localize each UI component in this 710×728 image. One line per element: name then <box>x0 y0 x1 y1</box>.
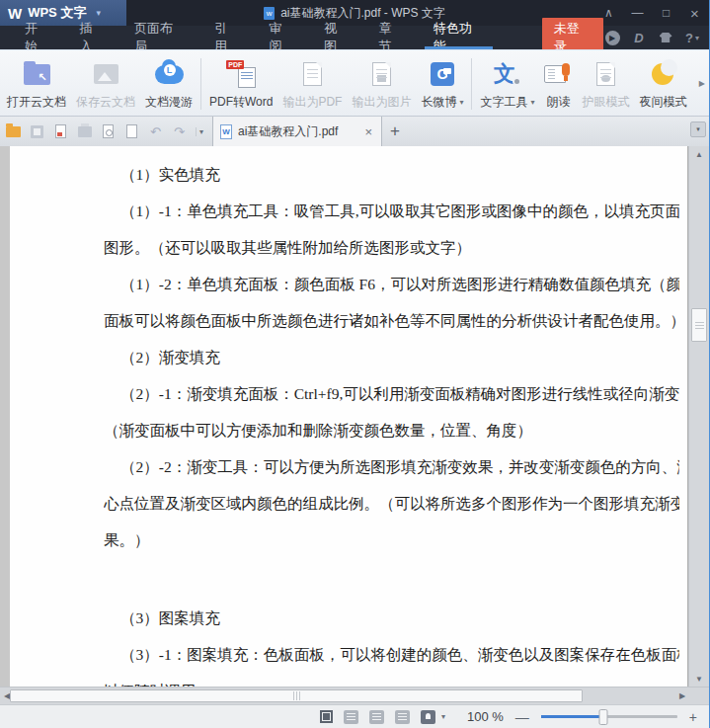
text-line: （3）-1：图案填充：色板面板，可以将创建的颜色、渐变色以及图案保存在色板面板中… <box>104 636 679 673</box>
minimize-button[interactable]: — <box>623 0 652 26</box>
scroll-down-button[interactable]: ▼ <box>689 671 709 687</box>
dropdown-caret-icon: ▾ <box>530 98 534 107</box>
zoom-slider-handle[interactable] <box>599 709 608 725</box>
scrollbar-corner <box>689 688 709 704</box>
pdf-to-word-button[interactable]: PDF PDF转Word <box>204 52 277 116</box>
ribbon-separator <box>471 58 472 110</box>
tab-view[interactable]: 视图 <box>309 26 363 49</box>
zoom-out-button[interactable]: — <box>513 709 531 725</box>
print-preview-button[interactable] <box>99 121 118 141</box>
export-pdf-icon <box>303 57 322 91</box>
read-aloud-icon <box>544 57 572 91</box>
docer-d-icon: D <box>634 31 643 45</box>
skin-center-button[interactable]: ▶ <box>603 29 621 46</box>
ribbon-label: 保存云文档 <box>76 94 135 111</box>
eye-protect-icon <box>596 57 615 91</box>
close-button[interactable]: × <box>680 0 709 26</box>
customize-toolbar-button[interactable]: ▾ <box>196 127 206 136</box>
up-arrow-icon: ▲ <box>695 150 703 159</box>
active-document-tab[interactable]: W ai基础教程入门.pdf × <box>212 117 382 146</box>
change-skin-button[interactable] <box>657 29 674 46</box>
page-text: （1）实色填充 （1）-1：单色填充工具：吸管工具,可以吸取其它图形或图像中的颜… <box>10 146 687 687</box>
save-cloud-doc-button[interactable]: 保存云文档 <box>71 52 140 116</box>
maximize-button[interactable]: □ <box>652 0 680 26</box>
paragraph-gap <box>104 558 679 600</box>
text-line: （1）-1：单色填充工具：吸管工具,可以吸取其它图形或图像中的颜色，以填充页面中… <box>104 193 679 229</box>
close-icon: × <box>690 5 699 22</box>
web-layout-button[interactable] <box>395 710 410 724</box>
pdf-page[interactable]: （1）实色填充 （1）-1：单色填充工具：吸管工具,可以吸取其它图形或图像中的颜… <box>10 146 688 687</box>
text-line: 图形。（还可以吸取其些属性附加给所选图形或文字） <box>104 229 679 266</box>
document-canvas: （1）实色填充 （1）-1：单色填充工具：吸管工具,可以吸取其它图形或图像中的颜… <box>0 146 709 687</box>
zoom-slider[interactable] <box>541 715 677 718</box>
tab-page-layout[interactable]: 页面布局 <box>119 26 199 49</box>
lightbulb-icon <box>421 710 435 724</box>
tab-home[interactable]: 开始 <box>10 26 64 49</box>
page-view-button[interactable] <box>344 710 358 724</box>
fullscreen-view-button[interactable] <box>320 710 333 723</box>
tab-list-button[interactable]: ▾ <box>690 121 706 137</box>
ribbon-label: 夜间模式 <box>639 94 686 111</box>
find-button[interactable] <box>122 121 141 141</box>
text-line: （2）渐变填充 <box>104 339 679 375</box>
help-button[interactable]: ? ▾ <box>683 29 701 46</box>
export-pdf-button[interactable]: 输出为PDF <box>277 52 347 116</box>
dropdown-caret-icon: ▾ <box>199 127 203 136</box>
minimize-icon: — <box>632 6 644 20</box>
print-button[interactable] <box>75 121 94 141</box>
read-aloud-button[interactable]: 朗读 <box>539 52 577 116</box>
tab-section[interactable]: 章节 <box>363 26 418 49</box>
horizontal-scroll-thumb[interactable] <box>10 689 583 702</box>
undo-button[interactable]: ↶ <box>146 121 165 141</box>
ribbon-expand-button[interactable]: ▶ <box>697 75 707 92</box>
text-line: （3）图案填充 <box>104 600 679 636</box>
open-cloud-doc-button[interactable]: 打开云文档 <box>2 52 71 116</box>
titlebar-utility-icons: ▶ D ? ▾ <box>603 26 709 49</box>
zoom-level[interactable]: 100 % <box>467 709 504 724</box>
tips-button[interactable] <box>421 710 435 724</box>
tab-insert[interactable]: 插入 <box>64 26 118 49</box>
save-button[interactable] <box>28 121 46 141</box>
long-weibo-button[interactable]: C 长微博▾ <box>416 52 468 116</box>
text-line: （渐变面板中可以方便添加和删除渐变颜色数量，位置、角度） <box>104 412 679 448</box>
open-file-button[interactable] <box>4 121 23 141</box>
redo-button[interactable]: ↷ <box>170 121 189 141</box>
outline-view-button[interactable] <box>369 710 384 724</box>
tab-review[interactable]: 审阅 <box>254 26 308 49</box>
printer-icon <box>78 126 92 137</box>
undo-icon: ↶ <box>150 125 161 138</box>
view-options-caret-button[interactable]: ▾ <box>441 712 445 721</box>
window-controls: ∧ — □ × <box>594 0 709 26</box>
new-tab-button[interactable]: + <box>382 117 408 146</box>
horizontal-scrollbar[interactable]: ◀ ▶ <box>0 688 689 704</box>
text-tool-button[interactable]: 文 文字工具▾ <box>475 52 539 116</box>
ribbon-group-pdf: PDF PDF转Word 输出为PDF 输出为图片 C 长微博▾ <box>204 52 468 116</box>
scroll-right-button[interactable]: ▶ <box>675 688 689 704</box>
export-pdf-quick-button[interactable] <box>51 121 70 141</box>
zoom-in-button[interactable]: + <box>687 709 699 725</box>
ribbon: 打开云文档 保存云文档 L 文档漫游 PDF PDF转Word 输出为PDF <box>0 49 709 117</box>
redo-icon: ↷ <box>174 125 185 138</box>
docer-button[interactable]: D <box>630 29 648 46</box>
ribbon-label: 护眼模式 <box>582 94 629 111</box>
eye-protect-button[interactable]: 护眼模式 <box>577 52 634 116</box>
wps-logo-menu-button[interactable]: W WPS 文字 ▾ <box>0 0 126 26</box>
export-image-button[interactable]: 输出为图片 <box>347 52 416 116</box>
dropdown-caret-icon: ▾ <box>459 98 463 107</box>
tab-references[interactable]: 引用 <box>199 26 254 49</box>
scroll-up-button[interactable]: ▲ <box>689 146 709 162</box>
tab-special-features[interactable]: 特色功能 <box>419 26 499 49</box>
close-tab-button[interactable]: × <box>362 124 374 139</box>
pdf-page-icon <box>55 124 66 138</box>
night-mode-button[interactable]: 夜间模式 <box>634 52 691 116</box>
doc-roaming-button[interactable]: L 文档漫游 <box>140 52 197 116</box>
text-line: 心点位置及渐变区域内颜色的组成比例。（可以将所选多个图形作为一个图形填充渐变效 <box>104 485 679 522</box>
right-arrow-icon: ▶ <box>679 691 685 700</box>
vertical-scroll-thumb[interactable] <box>691 308 707 342</box>
window-title: ai基础教程入门.pdf - WPS 文字 <box>280 5 445 22</box>
dropdown-caret-icon: ▾ <box>696 125 700 133</box>
web-layout-icon <box>395 710 410 724</box>
vertical-scroll-track[interactable] <box>689 162 709 671</box>
vertical-scrollbar[interactable]: ▲ ▼ <box>688 146 709 687</box>
doc-roaming-icon: L <box>155 57 184 91</box>
